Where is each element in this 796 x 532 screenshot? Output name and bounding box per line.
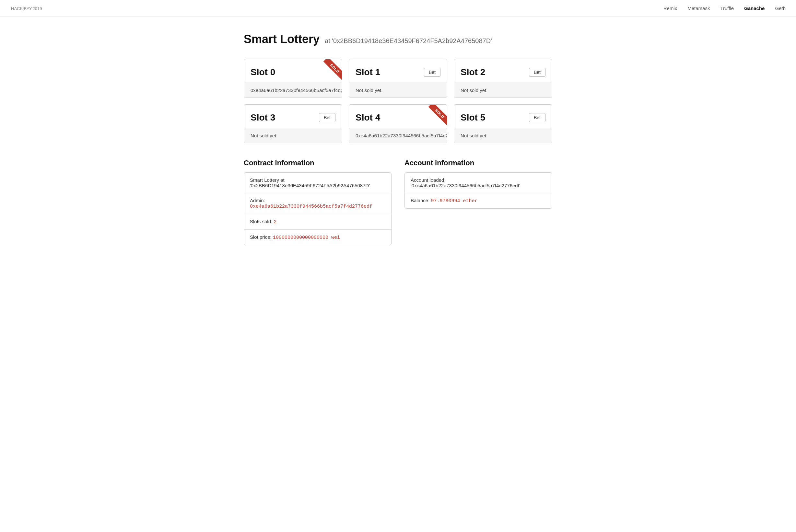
account-info-section: Account information Account loaded: '0xe… bbox=[404, 159, 552, 245]
slot-status-2: Not sold yet. bbox=[460, 88, 488, 93]
contract-info-title: Contract information bbox=[244, 159, 392, 167]
bet-button-3[interactable]: Bet bbox=[319, 113, 336, 122]
contract-admin-label: Admin: bbox=[250, 198, 265, 203]
bet-button-1[interactable]: Bet bbox=[424, 68, 440, 77]
slot-header-2: Slot 2 Bet bbox=[454, 59, 552, 83]
account-info-box: Account loaded: '0xe4a6a61b22a7330f94456… bbox=[404, 172, 552, 209]
slot-body-0: 0xe4a6a61b22a7330f944566b5acf5a7f4d2776e… bbox=[244, 83, 342, 97]
bet-button-2[interactable]: Bet bbox=[529, 68, 546, 77]
slot-card-4: Slot 4 0xe4a6a61b22a7330f944566b5acf5a7f… bbox=[349, 104, 447, 143]
account-full-text: Account loaded: '0xe4a6a61b22a7330f94456… bbox=[411, 177, 520, 188]
info-sections: Contract information Smart Lottery at '0… bbox=[244, 159, 552, 245]
contract-info-section: Contract information Smart Lottery at '0… bbox=[244, 159, 392, 245]
slot-header-5: Slot 5 Bet bbox=[454, 104, 552, 128]
bet-button-5[interactable]: Bet bbox=[529, 113, 546, 122]
slot-card-3: Slot 3 Bet Not sold yet. bbox=[244, 104, 342, 143]
contract-slot-price-label: Slot price: bbox=[250, 234, 273, 240]
contract-address: at '0x2BB6D19418e36E43459F6724F5A2b92A47… bbox=[325, 37, 492, 45]
account-info-title: Account information bbox=[404, 159, 552, 167]
slot-card-5: Slot 5 Bet Not sold yet. bbox=[454, 104, 552, 143]
slot-body-1: Not sold yet. bbox=[349, 83, 447, 97]
brand-logo: HACK|BAY2019 bbox=[11, 5, 42, 11]
contract-info-box: Smart Lottery at '0x2BB6D19418e36E43459F… bbox=[244, 172, 392, 245]
contract-info-row-3: Slot price: 1000000000000000000 wei bbox=[244, 230, 391, 245]
brand-year: 2019 bbox=[33, 6, 42, 11]
slot-status-3: Not sold yet. bbox=[250, 133, 278, 138]
nav-links: Remix Metamask Truffle Ganache Geth bbox=[663, 5, 785, 11]
slot-body-5: Not sold yet. bbox=[454, 128, 552, 143]
slot-name-4: Slot 4 bbox=[356, 112, 380, 123]
slot-name-5: Slot 5 bbox=[460, 112, 485, 123]
contract-info-row-2: Slots sold: 2 bbox=[244, 214, 391, 230]
account-info-row-0: Account loaded: '0xe4a6a61b22a7330f94456… bbox=[405, 173, 552, 193]
nav-geth[interactable]: Geth bbox=[775, 5, 785, 11]
slot-card-1: Slot 1 Bet Not sold yet. bbox=[349, 59, 447, 98]
slot-header-3: Slot 3 Bet bbox=[244, 104, 342, 128]
slot-address-0: 0xe4a6a61b22a7330f944566b5acf5a7f4d2776e… bbox=[250, 88, 342, 93]
brand-name: HACK|BAY bbox=[11, 6, 32, 11]
contract-slots-sold-label: Slots sold: bbox=[250, 219, 273, 224]
nav-ganache[interactable]: Ganache bbox=[744, 5, 764, 11]
slot-name-3: Slot 3 bbox=[250, 112, 275, 123]
slot-body-2: Not sold yet. bbox=[454, 83, 552, 97]
slot-name-0: Slot 0 bbox=[250, 67, 275, 77]
slot-name-1: Slot 1 bbox=[356, 67, 380, 77]
contract-slots-sold-value: 2 bbox=[273, 219, 277, 225]
slot-header-4: Slot 4 bbox=[349, 104, 447, 128]
slot-status-5: Not sold yet. bbox=[460, 133, 488, 138]
slot-address-4: 0xe4a6a61b22a7330f944566b5acf5a7f4d2776e… bbox=[356, 133, 447, 138]
slot-card-2: Slot 2 Bet Not sold yet. bbox=[454, 59, 552, 98]
contract-full-text: Smart Lottery at '0x2BB6D19418e36E43459F… bbox=[250, 177, 370, 188]
slot-card-0: Slot 0 0xe4a6a61b22a7330f944566b5acf5a7f… bbox=[244, 59, 342, 98]
nav-truffle[interactable]: Truffle bbox=[720, 5, 734, 11]
page-header: Smart Lottery at '0x2BB6D19418e36E43459F… bbox=[244, 32, 552, 46]
slots-grid: Slot 0 0xe4a6a61b22a7330f944566b5acf5a7f… bbox=[244, 59, 552, 143]
slot-body-4: 0xe4a6a61b22a7330f944566b5acf5a7f4d2776e… bbox=[349, 128, 447, 143]
contract-slot-price-value: 1000000000000000000 wei bbox=[273, 235, 340, 241]
contract-admin-value: 0xe4a6a61b22a7330f944566b5acf5a7f4d2776e… bbox=[250, 204, 373, 209]
slot-header-1: Slot 1 Bet bbox=[349, 59, 447, 83]
main-content: Smart Lottery at '0x2BB6D19418e36E43459F… bbox=[236, 17, 560, 261]
account-balance-value: 97.9780994 ether bbox=[431, 198, 478, 204]
slot-body-3: Not sold yet. bbox=[244, 128, 342, 143]
navbar: HACK|BAY2019 Remix Metamask Truffle Gana… bbox=[0, 0, 796, 17]
nav-remix[interactable]: Remix bbox=[663, 5, 677, 11]
slot-status-1: Not sold yet. bbox=[356, 88, 382, 93]
slot-header-0: Slot 0 bbox=[244, 59, 342, 83]
contract-info-row-1: Admin: 0xe4a6a61b22a7330f944566b5acf5a7f… bbox=[244, 193, 391, 214]
page-title: Smart Lottery bbox=[244, 32, 320, 46]
slot-name-2: Slot 2 bbox=[460, 67, 485, 77]
nav-metamask[interactable]: Metamask bbox=[687, 5, 710, 11]
account-info-row-1: Balance: 97.9780994 ether bbox=[405, 193, 552, 208]
contract-info-row-0: Smart Lottery at '0x2BB6D19418e36E43459F… bbox=[244, 173, 391, 193]
account-balance-label: Balance: bbox=[411, 198, 431, 203]
